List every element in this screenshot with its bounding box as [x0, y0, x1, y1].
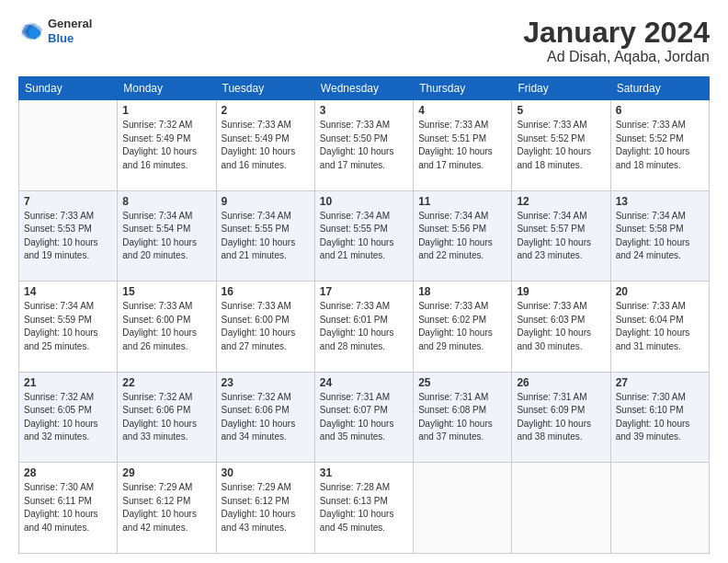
day-number: 4: [418, 104, 506, 117]
logo-text: General Blue: [48, 17, 92, 45]
table-cell: 27Sunrise: 7:30 AMSunset: 6:10 PMDayligh…: [610, 372, 709, 463]
calendar-title: January 2024: [523, 17, 710, 49]
logo-icon: [18, 18, 44, 44]
table-cell: 19Sunrise: 7:33 AMSunset: 6:03 PMDayligh…: [512, 282, 610, 373]
col-tuesday: Tuesday: [216, 77, 314, 100]
day-info: Sunrise: 7:33 AMSunset: 6:00 PMDaylight:…: [122, 300, 210, 353]
day-info: Sunrise: 7:29 AMSunset: 6:12 PMDaylight:…: [222, 481, 310, 534]
day-info: Sunrise: 7:33 AMSunset: 6:03 PMDaylight:…: [517, 300, 605, 353]
day-number: 26: [517, 376, 605, 389]
table-cell: 28Sunrise: 7:30 AMSunset: 6:11 PMDayligh…: [19, 463, 118, 554]
table-cell: [512, 463, 610, 554]
day-number: 28: [24, 466, 112, 479]
day-number: 9: [222, 195, 310, 208]
day-number: 18: [418, 285, 506, 298]
day-number: 5: [517, 104, 605, 117]
col-friday: Friday: [512, 77, 610, 100]
table-cell: 22Sunrise: 7:32 AMSunset: 6:06 PMDayligh…: [118, 372, 216, 463]
day-number: 24: [320, 376, 408, 389]
table-cell: [19, 100, 118, 191]
day-info: Sunrise: 7:30 AMSunset: 6:10 PMDaylight:…: [616, 391, 704, 444]
day-number: 31: [320, 466, 408, 479]
col-thursday: Thursday: [414, 77, 512, 100]
week-row-1: 1Sunrise: 7:32 AMSunset: 5:49 PMDaylight…: [19, 100, 710, 191]
logo-general-text: General: [48, 17, 92, 31]
table-cell: 7Sunrise: 7:33 AMSunset: 5:53 PMDaylight…: [19, 190, 118, 282]
calendar-subtitle: Ad Disah, Aqaba, Jordan: [523, 49, 710, 65]
day-number: 22: [122, 376, 210, 389]
day-info: Sunrise: 7:34 AMSunset: 5:55 PMDaylight:…: [222, 210, 310, 263]
table-cell: 24Sunrise: 7:31 AMSunset: 6:07 PMDayligh…: [314, 372, 413, 463]
day-info: Sunrise: 7:33 AMSunset: 5:53 PMDaylight:…: [24, 210, 112, 263]
day-info: Sunrise: 7:31 AMSunset: 6:08 PMDaylight:…: [418, 391, 506, 444]
table-cell: 2Sunrise: 7:33 AMSunset: 5:49 PMDaylight…: [216, 100, 314, 191]
table-cell: [414, 463, 512, 554]
day-info: Sunrise: 7:30 AMSunset: 6:11 PMDaylight:…: [24, 481, 112, 534]
col-monday: Monday: [118, 77, 216, 100]
day-info: Sunrise: 7:29 AMSunset: 6:12 PMDaylight:…: [122, 481, 210, 534]
day-info: Sunrise: 7:31 AMSunset: 6:09 PMDaylight:…: [517, 391, 605, 444]
day-number: 10: [320, 195, 408, 208]
day-number: 7: [24, 195, 112, 208]
table-cell: 23Sunrise: 7:32 AMSunset: 6:06 PMDayligh…: [216, 372, 314, 463]
table-cell: 1Sunrise: 7:32 AMSunset: 5:49 PMDaylight…: [118, 100, 216, 191]
day-info: Sunrise: 7:33 AMSunset: 6:01 PMDaylight:…: [320, 300, 408, 353]
table-cell: 6Sunrise: 7:33 AMSunset: 5:52 PMDaylight…: [610, 100, 709, 191]
day-info: Sunrise: 7:33 AMSunset: 5:49 PMDaylight:…: [222, 119, 310, 172]
page: General Blue January 2024 Ad Disah, Aqab…: [0, 0, 728, 563]
table-cell: 16Sunrise: 7:33 AMSunset: 6:00 PMDayligh…: [216, 282, 314, 373]
day-info: Sunrise: 7:32 AMSunset: 6:05 PMDaylight:…: [24, 391, 112, 444]
day-info: Sunrise: 7:34 AMSunset: 5:58 PMDaylight:…: [616, 210, 704, 263]
header: General Blue January 2024 Ad Disah, Aqab…: [18, 17, 710, 65]
day-number: 8: [122, 195, 210, 208]
day-info: Sunrise: 7:33 AMSunset: 6:00 PMDaylight:…: [222, 300, 310, 353]
day-number: 1: [122, 104, 210, 117]
table-cell: 3Sunrise: 7:33 AMSunset: 5:50 PMDaylight…: [314, 100, 413, 191]
day-info: Sunrise: 7:33 AMSunset: 6:04 PMDaylight:…: [616, 300, 704, 353]
day-number: 29: [122, 466, 210, 479]
col-wednesday: Wednesday: [314, 77, 413, 100]
week-row-5: 28Sunrise: 7:30 AMSunset: 6:11 PMDayligh…: [19, 463, 710, 554]
day-info: Sunrise: 7:34 AMSunset: 5:59 PMDaylight:…: [24, 300, 112, 353]
day-info: Sunrise: 7:31 AMSunset: 6:07 PMDaylight:…: [320, 391, 408, 444]
day-number: 20: [616, 285, 704, 298]
table-cell: 12Sunrise: 7:34 AMSunset: 5:57 PMDayligh…: [512, 190, 610, 282]
day-info: Sunrise: 7:33 AMSunset: 5:50 PMDaylight:…: [320, 119, 408, 172]
logo: General Blue: [18, 17, 92, 45]
day-number: 19: [517, 285, 605, 298]
table-cell: 14Sunrise: 7:34 AMSunset: 5:59 PMDayligh…: [19, 282, 118, 373]
table-cell: 20Sunrise: 7:33 AMSunset: 6:04 PMDayligh…: [610, 282, 709, 373]
day-number: 15: [122, 285, 210, 298]
day-number: 2: [222, 104, 310, 117]
table-cell: 4Sunrise: 7:33 AMSunset: 5:51 PMDaylight…: [414, 100, 512, 191]
day-number: 12: [517, 195, 605, 208]
table-cell: 29Sunrise: 7:29 AMSunset: 6:12 PMDayligh…: [118, 463, 216, 554]
day-info: Sunrise: 7:34 AMSunset: 5:54 PMDaylight:…: [122, 210, 210, 263]
day-number: 3: [320, 104, 408, 117]
day-info: Sunrise: 7:33 AMSunset: 5:52 PMDaylight:…: [616, 119, 704, 172]
table-cell: 26Sunrise: 7:31 AMSunset: 6:09 PMDayligh…: [512, 372, 610, 463]
table-cell: 9Sunrise: 7:34 AMSunset: 5:55 PMDaylight…: [216, 190, 314, 282]
day-info: Sunrise: 7:34 AMSunset: 5:55 PMDaylight:…: [320, 210, 408, 263]
col-sunday: Sunday: [19, 77, 118, 100]
table-cell: [610, 463, 709, 554]
table-cell: 30Sunrise: 7:29 AMSunset: 6:12 PMDayligh…: [216, 463, 314, 554]
day-number: 27: [616, 376, 704, 389]
day-number: 30: [222, 466, 310, 479]
day-info: Sunrise: 7:33 AMSunset: 5:52 PMDaylight:…: [517, 119, 605, 172]
table-cell: 31Sunrise: 7:28 AMSunset: 6:13 PMDayligh…: [314, 463, 413, 554]
table-cell: 25Sunrise: 7:31 AMSunset: 6:08 PMDayligh…: [414, 372, 512, 463]
table-cell: 5Sunrise: 7:33 AMSunset: 5:52 PMDaylight…: [512, 100, 610, 191]
table-cell: 8Sunrise: 7:34 AMSunset: 5:54 PMDaylight…: [118, 190, 216, 282]
day-number: 14: [24, 285, 112, 298]
day-number: 25: [418, 376, 506, 389]
day-number: 23: [222, 376, 310, 389]
week-row-3: 14Sunrise: 7:34 AMSunset: 5:59 PMDayligh…: [19, 282, 710, 373]
day-number: 11: [418, 195, 506, 208]
table-cell: 18Sunrise: 7:33 AMSunset: 6:02 PMDayligh…: [414, 282, 512, 373]
calendar-header-row: Sunday Monday Tuesday Wednesday Thursday…: [19, 77, 710, 100]
day-number: 13: [616, 195, 704, 208]
day-number: 17: [320, 285, 408, 298]
table-cell: 10Sunrise: 7:34 AMSunset: 5:55 PMDayligh…: [314, 190, 413, 282]
day-info: Sunrise: 7:34 AMSunset: 5:56 PMDaylight:…: [418, 210, 506, 263]
